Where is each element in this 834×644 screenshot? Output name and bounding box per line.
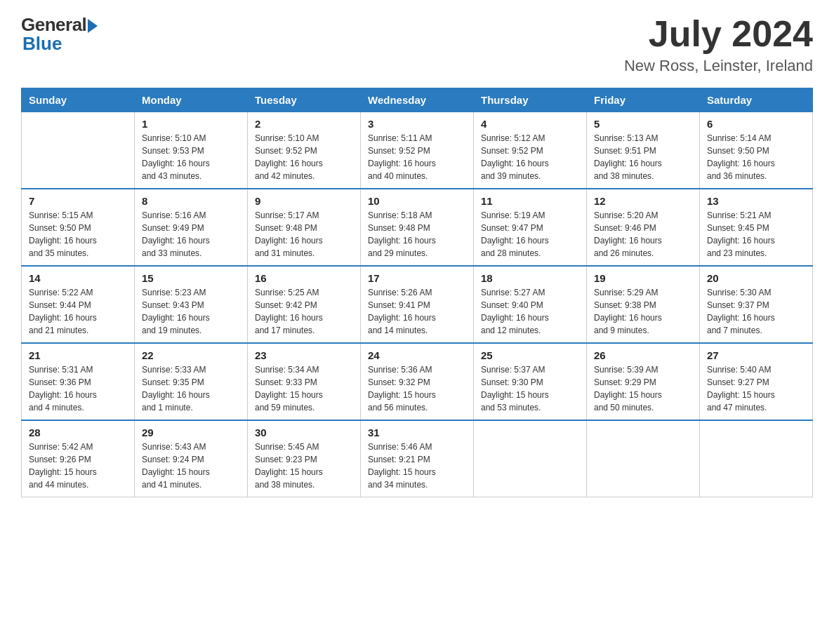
calendar-cell: 15Sunrise: 5:23 AM Sunset: 9:43 PM Dayli… — [135, 266, 248, 343]
calendar-cell: 26Sunrise: 5:39 AM Sunset: 9:29 PM Dayli… — [587, 343, 700, 420]
day-number: 3 — [368, 118, 466, 130]
calendar-header-tuesday: Tuesday — [248, 88, 361, 112]
day-info: Sunrise: 5:15 AM Sunset: 9:50 PM Dayligh… — [29, 209, 127, 260]
day-info: Sunrise: 5:14 AM Sunset: 9:50 PM Dayligh… — [707, 132, 805, 182]
calendar-cell — [22, 112, 135, 189]
calendar-cell: 22Sunrise: 5:33 AM Sunset: 9:35 PM Dayli… — [135, 343, 248, 420]
day-number: 7 — [29, 195, 127, 207]
day-info: Sunrise: 5:34 AM Sunset: 9:33 PM Dayligh… — [255, 363, 353, 414]
calendar-cell — [587, 420, 700, 497]
day-info: Sunrise: 5:27 AM Sunset: 9:40 PM Dayligh… — [481, 286, 579, 337]
day-info: Sunrise: 5:21 AM Sunset: 9:45 PM Dayligh… — [707, 209, 805, 260]
day-number: 22 — [142, 349, 240, 361]
day-number: 21 — [29, 349, 127, 361]
calendar-cell: 19Sunrise: 5:29 AM Sunset: 9:38 PM Dayli… — [587, 266, 700, 343]
day-number: 2 — [255, 118, 353, 130]
calendar-cell: 4Sunrise: 5:12 AM Sunset: 9:52 PM Daylig… — [474, 112, 587, 189]
header-right: July 2024 New Ross, Leinster, Ireland — [624, 14, 813, 75]
day-number: 26 — [594, 349, 692, 361]
calendar-cell: 6Sunrise: 5:14 AM Sunset: 9:50 PM Daylig… — [700, 112, 813, 189]
calendar-week-row: 21Sunrise: 5:31 AM Sunset: 9:36 PM Dayli… — [22, 343, 813, 420]
day-number: 23 — [255, 349, 353, 361]
day-number: 25 — [481, 349, 579, 361]
logo-blue-text: Blue — [21, 33, 62, 55]
day-number: 30 — [255, 427, 353, 438]
calendar-cell: 11Sunrise: 5:19 AM Sunset: 9:47 PM Dayli… — [474, 189, 587, 266]
calendar-header-wednesday: Wednesday — [361, 88, 474, 112]
calendar-cell: 21Sunrise: 5:31 AM Sunset: 9:36 PM Dayli… — [22, 343, 135, 420]
day-number: 20 — [707, 272, 805, 284]
day-info: Sunrise: 5:13 AM Sunset: 9:51 PM Dayligh… — [594, 132, 692, 182]
day-info: Sunrise: 5:26 AM Sunset: 9:41 PM Dayligh… — [368, 286, 466, 337]
day-info: Sunrise: 5:20 AM Sunset: 9:46 PM Dayligh… — [594, 209, 692, 260]
calendar-cell: 14Sunrise: 5:22 AM Sunset: 9:44 PM Dayli… — [22, 266, 135, 343]
calendar-cell: 31Sunrise: 5:46 AM Sunset: 9:21 PM Dayli… — [361, 420, 474, 497]
day-number: 10 — [368, 195, 466, 207]
logo: General Blue — [21, 14, 98, 55]
day-number: 6 — [707, 118, 805, 130]
day-number: 11 — [481, 195, 579, 207]
day-number: 28 — [29, 427, 127, 438]
day-info: Sunrise: 5:10 AM Sunset: 9:52 PM Dayligh… — [255, 132, 353, 182]
day-info: Sunrise: 5:30 AM Sunset: 9:37 PM Dayligh… — [707, 286, 805, 337]
calendar-cell: 25Sunrise: 5:37 AM Sunset: 9:30 PM Dayli… — [474, 343, 587, 420]
calendar-cell — [700, 420, 813, 497]
calendar-cell: 8Sunrise: 5:16 AM Sunset: 9:49 PM Daylig… — [135, 189, 248, 266]
calendar-cell: 2Sunrise: 5:10 AM Sunset: 9:52 PM Daylig… — [248, 112, 361, 189]
day-info: Sunrise: 5:31 AM Sunset: 9:36 PM Dayligh… — [29, 363, 127, 414]
day-number: 19 — [594, 272, 692, 284]
day-info: Sunrise: 5:17 AM Sunset: 9:48 PM Dayligh… — [255, 209, 353, 260]
calendar-cell: 18Sunrise: 5:27 AM Sunset: 9:40 PM Dayli… — [474, 266, 587, 343]
calendar-cell: 12Sunrise: 5:20 AM Sunset: 9:46 PM Dayli… — [587, 189, 700, 266]
day-info: Sunrise: 5:18 AM Sunset: 9:48 PM Dayligh… — [368, 209, 466, 260]
calendar-cell: 1Sunrise: 5:10 AM Sunset: 9:53 PM Daylig… — [135, 112, 248, 189]
day-info: Sunrise: 5:36 AM Sunset: 9:32 PM Dayligh… — [368, 363, 466, 414]
calendar-cell: 10Sunrise: 5:18 AM Sunset: 9:48 PM Dayli… — [361, 189, 474, 266]
day-number: 16 — [255, 272, 353, 284]
day-number: 15 — [142, 272, 240, 284]
day-info: Sunrise: 5:11 AM Sunset: 9:52 PM Dayligh… — [368, 132, 466, 182]
day-info: Sunrise: 5:33 AM Sunset: 9:35 PM Dayligh… — [142, 363, 240, 414]
day-info: Sunrise: 5:46 AM Sunset: 9:21 PM Dayligh… — [368, 441, 466, 491]
calendar-header-friday: Friday — [587, 88, 700, 112]
day-info: Sunrise: 5:37 AM Sunset: 9:30 PM Dayligh… — [481, 363, 579, 414]
day-info: Sunrise: 5:42 AM Sunset: 9:26 PM Dayligh… — [29, 441, 127, 491]
calendar-cell: 5Sunrise: 5:13 AM Sunset: 9:51 PM Daylig… — [587, 112, 700, 189]
day-number: 4 — [481, 118, 579, 130]
calendar-cell: 28Sunrise: 5:42 AM Sunset: 9:26 PM Dayli… — [22, 420, 135, 497]
calendar-cell: 9Sunrise: 5:17 AM Sunset: 9:48 PM Daylig… — [248, 189, 361, 266]
day-number: 27 — [707, 349, 805, 361]
day-number: 29 — [142, 427, 240, 438]
day-info: Sunrise: 5:16 AM Sunset: 9:49 PM Dayligh… — [142, 209, 240, 260]
calendar-week-row: 1Sunrise: 5:10 AM Sunset: 9:53 PM Daylig… — [22, 112, 813, 189]
day-info: Sunrise: 5:25 AM Sunset: 9:42 PM Dayligh… — [255, 286, 353, 337]
day-number: 17 — [368, 272, 466, 284]
calendar-header-saturday: Saturday — [700, 88, 813, 112]
calendar-cell: 29Sunrise: 5:43 AM Sunset: 9:24 PM Dayli… — [135, 420, 248, 497]
calendar-cell — [474, 420, 587, 497]
calendar-cell: 17Sunrise: 5:26 AM Sunset: 9:41 PM Dayli… — [361, 266, 474, 343]
day-info: Sunrise: 5:39 AM Sunset: 9:29 PM Dayligh… — [594, 363, 692, 414]
day-info: Sunrise: 5:19 AM Sunset: 9:47 PM Dayligh… — [481, 209, 579, 260]
calendar-header-row: SundayMondayTuesdayWednesdayThursdayFrid… — [22, 88, 813, 112]
calendar-header-sunday: Sunday — [22, 88, 135, 112]
day-info: Sunrise: 5:43 AM Sunset: 9:24 PM Dayligh… — [142, 441, 240, 491]
calendar-table: SundayMondayTuesdayWednesdayThursdayFrid… — [21, 88, 813, 497]
day-number: 14 — [29, 272, 127, 284]
month-year-title: July 2024 — [624, 14, 813, 54]
calendar-cell: 13Sunrise: 5:21 AM Sunset: 9:45 PM Dayli… — [700, 189, 813, 266]
day-number: 13 — [707, 195, 805, 207]
location-subtitle: New Ross, Leinster, Ireland — [624, 57, 813, 75]
calendar-header-thursday: Thursday — [474, 88, 587, 112]
calendar-cell: 3Sunrise: 5:11 AM Sunset: 9:52 PM Daylig… — [361, 112, 474, 189]
day-number: 8 — [142, 195, 240, 207]
calendar-cell: 30Sunrise: 5:45 AM Sunset: 9:23 PM Dayli… — [248, 420, 361, 497]
day-info: Sunrise: 5:23 AM Sunset: 9:43 PM Dayligh… — [142, 286, 240, 337]
calendar-cell: 23Sunrise: 5:34 AM Sunset: 9:33 PM Dayli… — [248, 343, 361, 420]
page-header: General Blue July 2024 New Ross, Leinste… — [21, 14, 813, 75]
calendar-cell: 20Sunrise: 5:30 AM Sunset: 9:37 PM Dayli… — [700, 266, 813, 343]
day-number: 24 — [368, 349, 466, 361]
day-info: Sunrise: 5:29 AM Sunset: 9:38 PM Dayligh… — [594, 286, 692, 337]
day-number: 1 — [142, 118, 240, 130]
calendar-week-row: 28Sunrise: 5:42 AM Sunset: 9:26 PM Dayli… — [22, 420, 813, 497]
